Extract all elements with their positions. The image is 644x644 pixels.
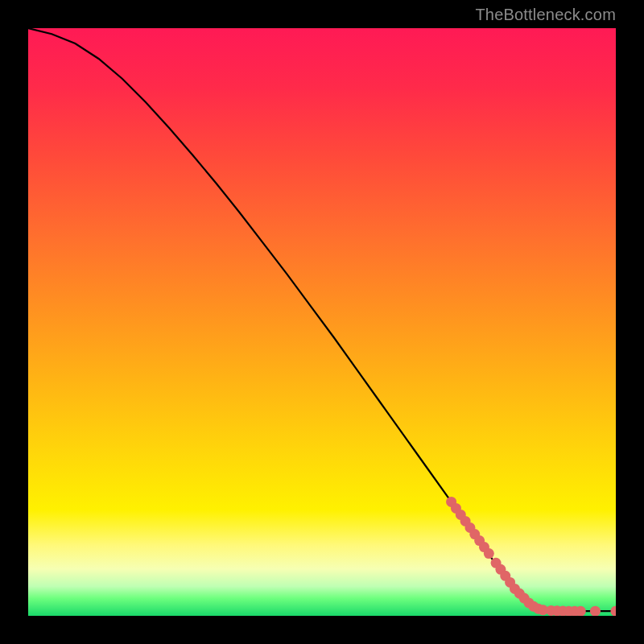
data-point [611, 606, 617, 616]
chart-overlay [28, 28, 616, 616]
data-point [590, 606, 601, 616]
data-point [484, 548, 494, 559]
chart-frame: TheBottleneck.com [0, 0, 644, 644]
attribution-label: TheBottleneck.com [475, 6, 616, 24]
plot-area [28, 28, 616, 616]
main-curve [28, 28, 616, 611]
highlight-points [446, 497, 616, 616]
